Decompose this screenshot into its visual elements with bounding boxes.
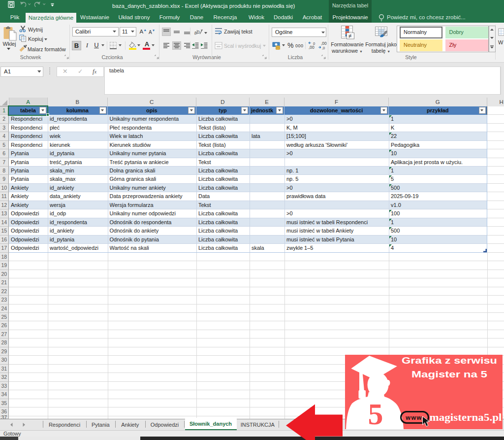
svg-text:,00: ,00 <box>321 41 327 46</box>
svg-text:Magister na 5: Magister na 5 <box>411 369 488 379</box>
svg-text:ab: ab <box>194 28 200 35</box>
svg-text:Grafika z serwisu: Grafika z serwisu <box>402 355 497 366</box>
svg-text:,00: ,00 <box>309 45 315 50</box>
svg-text:www: www <box>405 414 422 421</box>
svg-text:≠: ≠ <box>348 33 352 39</box>
svg-text:magisterna5.pl: magisterna5.pl <box>430 411 502 423</box>
svg-text:,0: ,0 <box>322 46 325 50</box>
svg-text:5: 5 <box>368 397 383 429</box>
